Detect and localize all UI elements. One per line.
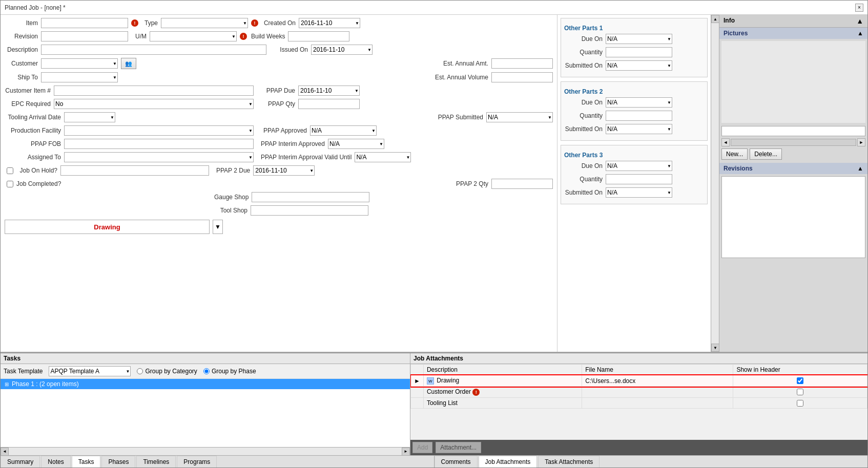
pictures-title: Pictures <box>724 30 748 37</box>
job-on-hold-input[interactable] <box>60 165 209 176</box>
drawing-button[interactable]: Drawing <box>5 220 210 234</box>
pictures-text-input[interactable] <box>721 126 865 136</box>
op2-qty-input[interactable] <box>606 111 672 121</box>
phase1-row[interactable]: ⊞ Phase 1 : (2 open items) <box>1 379 410 389</box>
scroll-track[interactable] <box>711 23 719 344</box>
group-by-category-radio-label[interactable]: Group by Category <box>137 368 197 375</box>
group-by-category-radio[interactable] <box>137 368 143 374</box>
build-weeks-input[interactable] <box>288 31 349 41</box>
item-input[interactable] <box>41 18 128 28</box>
ppap-interim-valid-select[interactable]: N/A <box>355 152 411 162</box>
op3-due-on-select[interactable]: N/A <box>606 161 672 171</box>
info-panel-toggle[interactable]: ▲ <box>856 17 863 25</box>
scroll-down-button[interactable]: ▼ <box>711 344 719 352</box>
op3-submitted-wrapper: N/A ▼ <box>606 187 672 198</box>
drawing-row: Drawing ▼ <box>5 220 553 234</box>
ppap2-qty-input[interactable] <box>491 179 553 189</box>
customer-select[interactable] <box>41 58 118 69</box>
add-attachment-button[interactable]: Add <box>412 442 432 453</box>
est-annual-volume-input[interactable] <box>491 72 553 82</box>
pictures-collapse-button[interactable]: ▲ <box>857 30 863 37</box>
epc-select[interactable]: No <box>54 99 254 109</box>
job-on-hold-checkbox[interactable] <box>7 167 13 174</box>
row-customer-item: Customer Item # PPAP Due ▼ <box>5 86 553 96</box>
ppap-due-input[interactable] <box>298 86 360 96</box>
tasks-scroll-left-button[interactable]: ◄ <box>1 448 9 456</box>
created-on-required-badge: ! <box>251 19 258 27</box>
tooling-list-row-arrow <box>411 398 424 409</box>
close-button[interactable]: × <box>855 4 863 12</box>
tool-shop-input[interactable] <box>251 205 368 216</box>
est-annual-amt-input[interactable] <box>491 58 553 69</box>
tab-task-attachments[interactable]: Task Attachments <box>538 456 600 467</box>
tooling-list-description: Tooling List <box>423 398 582 409</box>
revision-input[interactable] <box>41 31 128 41</box>
pictures-next-button[interactable]: ► <box>857 138 865 146</box>
tab-programs[interactable]: Programs <box>177 456 217 467</box>
new-picture-button[interactable]: New... <box>721 148 748 160</box>
production-select[interactable] <box>64 125 254 136</box>
job-completed-checkbox[interactable] <box>7 181 13 187</box>
ppap2-due-input[interactable] <box>253 165 315 176</box>
customer-order-filename <box>582 387 733 398</box>
tab-timelines[interactable]: Timelines <box>136 456 176 467</box>
created-on-label: Created On <box>262 19 296 27</box>
group-by-phase-radio-label[interactable]: Group by Phase <box>203 368 256 375</box>
op3-qty-input[interactable] <box>606 174 672 184</box>
type-select[interactable] <box>161 18 248 28</box>
pictures-nav-track[interactable] <box>731 139 856 146</box>
tab-phases[interactable]: Phases <box>101 456 135 467</box>
revisions-collapse-button[interactable]: ▲ <box>857 165 863 172</box>
op3-submitted-select[interactable]: N/A <box>606 187 672 198</box>
op2-submitted-select[interactable]: N/A <box>606 124 672 134</box>
customer-item-input[interactable] <box>54 86 254 96</box>
tasks-scroll-track-h[interactable] <box>9 448 402 455</box>
ppap-due-label: PPAP Due <box>262 87 295 94</box>
gauge-shop-input[interactable] <box>252 192 369 202</box>
issued-on-input[interactable] <box>311 45 373 55</box>
op1-submitted-label: Submitted On <box>564 62 603 69</box>
ppap-submitted-select[interactable]: N/A <box>486 112 553 122</box>
drawing-filename: C:\Users...se.docx <box>582 375 733 387</box>
task-template-select-wrapper: APQP Template A ▼ <box>49 366 131 376</box>
attachment-row-customer-order[interactable]: Customer Order ! <box>411 387 867 398</box>
build-weeks-required-badge: ! <box>240 33 247 40</box>
tasks-panel-header: Tasks <box>1 353 410 364</box>
tab-summary[interactable]: Summary <box>1 456 40 467</box>
customer-order-show-header-checkbox[interactable] <box>797 389 803 395</box>
pictures-prev-button[interactable]: ◄ <box>721 138 730 146</box>
um-select[interactable] <box>150 31 237 41</box>
delete-picture-button[interactable]: Delete... <box>750 148 782 160</box>
drawing-dropdown-button[interactable]: ▼ <box>213 220 223 234</box>
tasks-scroll-right-button[interactable]: ► <box>402 448 410 456</box>
attachment-row-drawing[interactable]: ► W Drawing C:\Users...se.docx <box>411 375 867 387</box>
group-by-phase-radio[interactable] <box>203 368 210 374</box>
op2-due-on-select[interactable]: N/A <box>606 97 672 108</box>
attachment-row-tooling-list[interactable]: Tooling List <box>411 398 867 409</box>
tab-tasks[interactable]: Tasks <box>72 456 101 467</box>
job-on-hold-label: Job On Hold? <box>16 167 57 174</box>
ppap-qty-input[interactable] <box>298 99 360 109</box>
tooling-arrival-input[interactable] <box>64 112 115 122</box>
task-template-select[interactable]: APQP Template A <box>49 366 131 376</box>
ppap-fob-input[interactable] <box>64 139 254 149</box>
customer-search-button[interactable]: 👥 <box>121 58 136 69</box>
tab-comments[interactable]: Comments <box>435 456 478 467</box>
op1-submitted-select[interactable]: N/A <box>606 60 672 71</box>
assigned-to-select[interactable] <box>64 152 254 162</box>
info-panel: Info ▲ Pictures ▲ ◄ ► New.. <box>719 15 867 352</box>
tooling-list-show-header-checkbox[interactable] <box>797 400 803 407</box>
attachments-panel: Job Attachments Description File Name Sh… <box>410 353 867 455</box>
description-input[interactable] <box>41 45 266 55</box>
tab-notes[interactable]: Notes <box>41 456 70 467</box>
op1-due-on-select[interactable]: N/A <box>606 34 672 44</box>
tab-job-attachments[interactable]: Job Attachments <box>479 456 538 467</box>
ppap-approved-select[interactable]: N/A <box>310 125 377 136</box>
ppap-interim-approved-select[interactable]: N/A <box>328 139 384 149</box>
created-on-input[interactable] <box>299 18 360 28</box>
attachment-button[interactable]: Attachment... <box>436 442 481 453</box>
drawing-show-header-checkbox[interactable] <box>797 377 803 384</box>
scroll-up-button[interactable]: ▲ <box>711 15 719 23</box>
op1-qty-input[interactable] <box>606 47 672 57</box>
ship-to-select[interactable] <box>41 72 118 82</box>
